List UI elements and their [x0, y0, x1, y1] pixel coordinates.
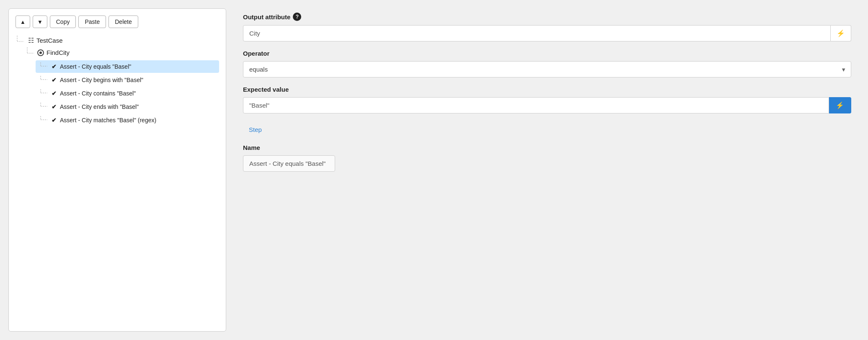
expected-value-bolt-button[interactable]: ⚡	[829, 97, 851, 113]
step-divider: Step	[243, 122, 851, 137]
item-connector-2	[39, 89, 48, 98]
name-label-row: Name	[243, 144, 851, 151]
operator-row: equals begins with contains ends with ma…	[243, 61, 851, 77]
expected-value-row: ⚡	[243, 97, 851, 113]
help-icon[interactable]: ?	[293, 13, 301, 21]
item-label-0: Assert - City equals "Basel"	[60, 63, 131, 70]
assert-items: ✔ Assert - City equals "Basel" ✔ Assert …	[26, 60, 219, 126]
tree-item[interactable]: ✔ Assert - City ends with "Basel"	[36, 100, 219, 113]
output-attribute-row: ⚡	[243, 25, 851, 41]
paste-button[interactable]: Paste	[78, 15, 106, 28]
check-icon-4: ✔	[52, 117, 57, 124]
operator-label: Operator	[243, 50, 269, 57]
check-icon-2: ✔	[52, 90, 57, 97]
check-icon-0: ✔	[52, 63, 57, 70]
output-attribute-input[interactable]	[243, 25, 831, 41]
output-attribute-section: Output attribute ?	[243, 13, 851, 21]
step-label[interactable]: Step	[249, 126, 262, 133]
tree-item[interactable]: ✔ Assert - City matches "Basel" (regex)	[36, 114, 219, 126]
name-input[interactable]	[243, 155, 335, 172]
tree-children: FindCity ✔ Assert - City equals "Basel"	[16, 47, 219, 126]
name-label: Name	[243, 144, 260, 151]
root-label: TestCase	[36, 37, 63, 44]
findcity-row[interactable]: FindCity	[26, 47, 219, 58]
item-label-3: Assert - City ends with "Basel"	[60, 103, 139, 110]
operator-select[interactable]: equals begins with contains ends with ma…	[243, 61, 851, 77]
operator-section: Operator	[243, 50, 851, 57]
testcase-icon: ☷	[28, 36, 34, 44]
output-attribute-label: Output attribute	[243, 13, 290, 21]
check-icon-3: ✔	[52, 103, 57, 110]
delete-button[interactable]: Delete	[108, 15, 138, 28]
tree-item[interactable]: ✔ Assert - City contains "Basel"	[36, 87, 219, 100]
expected-value-section: Expected value	[243, 86, 851, 93]
item-connector-3	[39, 103, 48, 111]
findcity-connector	[26, 47, 35, 58]
tree-item[interactable]: ✔ Assert - City begins with "Basel"	[36, 74, 219, 86]
findcity-label: FindCity	[46, 49, 70, 56]
up-button[interactable]: ▲	[16, 15, 30, 28]
item-label-2: Assert - City contains "Basel"	[60, 90, 136, 97]
item-label-4: Assert - City matches "Basel" (regex)	[60, 117, 156, 124]
name-section: Name	[243, 144, 851, 172]
copy-button[interactable]: Copy	[50, 15, 76, 28]
tree: ☷ TestCase FindCity	[16, 36, 219, 126]
item-label-1: Assert - City begins with "Basel"	[60, 77, 143, 83]
expected-value-label: Expected value	[243, 86, 289, 93]
tree-item[interactable]: ✔ Assert - City equals "Basel"	[36, 60, 219, 73]
item-connector-1	[39, 76, 48, 84]
left-panel: ▲ ▼ Copy Paste Delete ☷ TestCase	[8, 8, 226, 332]
output-attribute-bolt-button[interactable]: ⚡	[831, 25, 851, 41]
item-connector-0	[39, 62, 48, 71]
expected-value-input[interactable]	[243, 97, 829, 113]
tree-root-row: ☷ TestCase	[16, 36, 219, 45]
root-connector	[16, 36, 25, 45]
item-connector-4	[39, 116, 48, 124]
findcity-radio-icon	[37, 49, 44, 56]
toolbar: ▲ ▼ Copy Paste Delete	[16, 15, 219, 28]
check-icon-1: ✔	[52, 77, 57, 83]
right-panel: Output attribute ? ⚡ Operator equals beg…	[235, 8, 860, 332]
down-button[interactable]: ▼	[33, 15, 47, 28]
